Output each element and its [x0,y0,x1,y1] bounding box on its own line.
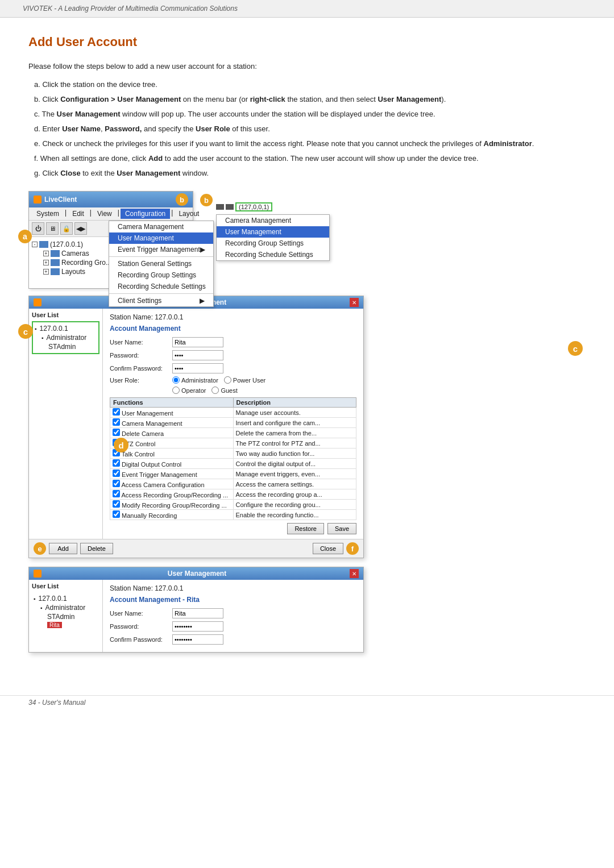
toolbar-screen[interactable]: 🖥 [46,222,59,235]
ctx-recording-schedule[interactable]: Recording Schedule Settings [217,249,329,260]
tree-expand-layouts[interactable]: + [43,269,49,275]
dialog2-titlebar: User Management ✕ [29,567,363,580]
tree2-children: STAdmin Rita [40,612,98,629]
ctx-recording-group[interactable]: Recording Group Settings [217,238,329,249]
toolbar-audio[interactable]: ◀▶ [74,222,87,235]
save-button[interactable]: Save [327,523,356,534]
tree-stadmin: STAdmin [42,342,97,351]
ctx-user-mgmt[interactable]: User Management [217,226,329,238]
restore-button[interactable]: Restore [287,523,324,534]
dialog2-username-label: User Name: [110,610,172,617]
tree-expand-station[interactable]: - [32,242,38,247]
dialog2-container: User Management ✕ User List ▪ 127.0.0.1 [28,567,586,653]
delete-button[interactable]: Delete [80,543,113,554]
dropdown-user-mgmt[interactable]: User Management [109,232,213,244]
menu-edit[interactable]: Edit [68,209,89,219]
tree2-rita[interactable]: Rita [47,621,98,629]
form-role-row: User Role: Administrator Power User [110,376,356,384]
tree2-root[interactable]: ▪ 127.0.0.1 [34,594,98,603]
badge-a: a [18,230,32,243]
chk-camera-mgmt[interactable] [113,418,120,426]
dialog2-close-x[interactable]: ✕ [350,569,359,578]
cameras-icon [51,250,60,257]
page-number: 34 - User's Manual [28,699,85,707]
radio-operator[interactable] [172,387,180,394]
form-role-label: User Role: [110,377,172,384]
role-poweruser[interactable]: Power User [224,376,265,384]
badge-b-liveclient: b [176,193,188,206]
steps-list: a. Click the station on the device tree.… [28,78,586,180]
toolbar-power[interactable]: ⏻ [32,222,44,235]
stadmin-label: STAdmin [48,343,76,351]
dialog2-password-input[interactable] [172,621,223,632]
add-button[interactable]: Add [49,543,77,554]
dropdown-event-trigger[interactable]: Event Trigger Management▶ [109,244,213,255]
radio-guest[interactable] [211,387,219,394]
tree2-stadmin[interactable]: STAdmin [47,612,98,621]
chk-event-trigger[interactable] [113,470,120,477]
dialog1-close-x[interactable]: ✕ [350,298,359,307]
menu-system[interactable]: System [32,209,64,219]
config-dropdown: Camera Management User Management Event … [109,221,214,307]
role-radio-group: Administrator Power User [172,376,265,384]
badge-b-context: b [200,194,213,206]
user-management-dialog1: User Management ✕ User List ▪ 127.0.0.1 [28,296,364,558]
toolbar-lock[interactable]: 🔒 [60,222,73,235]
station-icon [39,241,48,248]
chk-access-recording[interactable] [113,490,120,497]
form-password-label: Password: [110,352,172,359]
chk-manual-recording[interactable] [113,510,120,518]
role-guest[interactable]: Guest [211,387,237,394]
ctx-camera-mgmt[interactable]: Camera Management [217,215,329,226]
footer-right: Close f [313,542,359,555]
dropdown-recording-group[interactable]: Recording Group Settings [109,269,213,281]
context-menu-popup: Camera Management User Management Record… [216,214,330,261]
chk-digital-output[interactable] [113,459,120,467]
tree-expand-cameras[interactable]: + [43,251,49,256]
priv-row-8: Access Camera Configuration Access the c… [110,479,356,489]
dropdown-recording-schedule[interactable]: Recording Schedule Settings [109,281,213,292]
menu-view[interactable]: View [93,209,117,219]
recording-icon [51,259,60,266]
form-confirm-input[interactable] [172,363,223,373]
form-username-input[interactable] [172,337,223,347]
role-administrator[interactable]: Administrator [172,376,218,384]
dialog2-username-input[interactable] [172,608,223,618]
context-station-ip: (127,0,0,1) [235,202,272,211]
role-operator[interactable]: Operator [172,387,206,394]
tree-expand-recording[interactable]: + [43,260,49,265]
dropdown-client-settings[interactable]: Client Settings▶ [109,295,213,306]
priv-row-11: Manually Recording Enable the recording … [110,510,356,520]
radio-administrator[interactable] [172,376,180,384]
tree-stadmin-node[interactable]: STAdmin [48,342,97,351]
privileges-tbody: User Management Manage user accounts. Ca… [110,408,356,520]
tree-root[interactable]: ▪ 127.0.0.1 [35,324,97,333]
user-list-tree: ▪ 127.0.0.1 ▪ Administrator [32,321,99,354]
footer-left-buttons: e Add Delete [34,542,309,555]
dialog1-station-name: Station Name: 127.0.0.1 [110,313,356,321]
tree-administrator[interactable]: ▪ Administrator [42,333,97,342]
chk-access-camera-config[interactable] [113,480,120,487]
liveclient-menubar[interactable]: System | Edit | View | Configuration | L… [29,207,193,221]
page-title: Add User Account [28,35,586,49]
liveclient-title: LiveClient [44,196,77,203]
chk-delete-camera[interactable] [113,429,120,436]
menu-layout[interactable]: Layout [174,209,204,219]
chk-user-mgmt[interactable] [113,408,120,416]
liveclient-window: LiveClient b System | Edit | View | Conf… [28,191,193,289]
form-password-input[interactable] [172,350,223,360]
menu-configuration[interactable]: Configuration [121,209,170,219]
priv-header-functions: Functions [110,398,234,408]
dialog2-confirm-input[interactable] [172,634,223,645]
dialog1-footer: e Add Delete Close f [29,539,363,558]
tree2-administrator[interactable]: ▪ Administrator [40,603,98,612]
priv-row-9: Access Recording Group/Recording ... Acc… [110,489,356,500]
close-button[interactable]: Close [313,543,343,554]
dropdown-station-settings[interactable]: Station General Settings [109,258,213,269]
radio-poweruser[interactable] [224,376,231,384]
dropdown-camera-mgmt[interactable]: Camera Management [109,221,213,232]
chk-modify-recording[interactable] [113,500,120,508]
screenshots-container: a LiveClient b System | Edit | View | C [28,191,586,653]
step-g: g. Click Close to exit the User Manageme… [28,167,586,180]
context-menu-area: b (127,0,0,1) Camera Management User Man… [216,202,330,289]
